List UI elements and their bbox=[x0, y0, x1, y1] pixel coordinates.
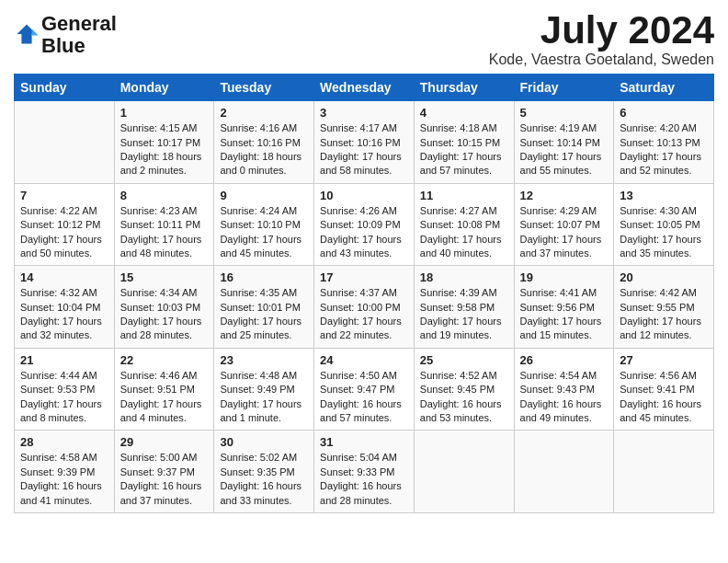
day-info: Sunrise: 4:37 AMSunset: 10:00 PMDaylight… bbox=[320, 286, 408, 343]
day-info: Sunrise: 4:35 AMSunset: 10:01 PMDaylight… bbox=[220, 286, 308, 343]
day-number: 23 bbox=[220, 353, 308, 367]
col-tuesday: Tuesday bbox=[214, 75, 314, 101]
calendar-cell: 27Sunrise: 4:56 AMSunset: 9:41 PMDayligh… bbox=[614, 348, 714, 431]
calendar-cell: 1Sunrise: 4:15 AMSunset: 10:17 PMDayligh… bbox=[114, 101, 214, 184]
calendar-cell: 6Sunrise: 4:20 AMSunset: 10:13 PMDayligh… bbox=[614, 101, 714, 184]
calendar-cell: 4Sunrise: 4:18 AMSunset: 10:15 PMDayligh… bbox=[414, 101, 514, 184]
header-row: Sunday Monday Tuesday Wednesday Thursday… bbox=[15, 75, 714, 101]
day-info: Sunrise: 4:52 AMSunset: 9:45 PMDaylight:… bbox=[420, 369, 508, 426]
col-sunday: Sunday bbox=[15, 75, 115, 101]
calendar-body: 1Sunrise: 4:15 AMSunset: 10:17 PMDayligh… bbox=[15, 101, 714, 513]
day-number: 12 bbox=[520, 189, 609, 202]
day-info: Sunrise: 4:27 AMSunset: 10:08 PMDaylight… bbox=[420, 204, 508, 261]
day-number: 6 bbox=[620, 106, 708, 120]
calendar-cell: 20Sunrise: 4:42 AMSunset: 9:55 PMDayligh… bbox=[614, 266, 714, 349]
day-number: 31 bbox=[320, 435, 408, 449]
col-wednesday: Wednesday bbox=[314, 75, 415, 101]
day-info: Sunrise: 4:54 AMSunset: 9:43 PMDaylight:… bbox=[520, 369, 609, 426]
calendar-week-5: 28Sunrise: 4:58 AMSunset: 9:39 PMDayligh… bbox=[15, 431, 714, 513]
day-info: Sunrise: 4:42 AMSunset: 9:55 PMDaylight:… bbox=[620, 286, 708, 343]
day-number: 25 bbox=[420, 353, 508, 367]
col-thursday: Thursday bbox=[414, 75, 514, 101]
day-info: Sunrise: 4:24 AMSunset: 10:10 PMDaylight… bbox=[220, 204, 308, 261]
day-number: 30 bbox=[220, 435, 308, 449]
day-info: Sunrise: 4:39 AMSunset: 9:58 PMDaylight:… bbox=[420, 286, 508, 343]
logo: General Blue bbox=[14, 13, 117, 57]
day-info: Sunrise: 4:44 AMSunset: 9:53 PMDaylight:… bbox=[20, 369, 108, 426]
day-number: 14 bbox=[20, 270, 108, 284]
calendar-cell: 18Sunrise: 4:39 AMSunset: 9:58 PMDayligh… bbox=[414, 266, 514, 349]
header: General Blue July 2024 Kode, Vaestra Goe… bbox=[14, 9, 714, 68]
calendar-cell: 8Sunrise: 4:23 AMSunset: 10:11 PMDayligh… bbox=[114, 183, 214, 266]
calendar-cell bbox=[614, 431, 714, 513]
day-number: 9 bbox=[220, 189, 308, 202]
calendar-week-1: 1Sunrise: 4:15 AMSunset: 10:17 PMDayligh… bbox=[15, 101, 714, 184]
day-number: 5 bbox=[520, 106, 609, 120]
day-info: Sunrise: 4:15 AMSunset: 10:17 PMDaylight… bbox=[120, 121, 209, 178]
day-info: Sunrise: 4:29 AMSunset: 10:07 PMDaylight… bbox=[520, 204, 609, 261]
day-number: 18 bbox=[420, 270, 508, 284]
day-number: 4 bbox=[420, 106, 508, 120]
day-number: 19 bbox=[520, 270, 609, 284]
day-number: 2 bbox=[220, 106, 308, 120]
calendar-cell bbox=[514, 431, 614, 513]
location: Kode, Vaestra Goetaland, Sweden bbox=[489, 52, 714, 68]
calendar-cell: 11Sunrise: 4:27 AMSunset: 10:08 PMDaylig… bbox=[414, 183, 514, 266]
day-info: Sunrise: 4:48 AMSunset: 9:49 PMDaylight:… bbox=[220, 369, 308, 426]
calendar-cell: 2Sunrise: 4:16 AMSunset: 10:16 PMDayligh… bbox=[214, 101, 314, 184]
calendar-week-2: 7Sunrise: 4:22 AMSunset: 10:12 PMDayligh… bbox=[15, 183, 714, 266]
logo-blue: Blue bbox=[41, 34, 85, 57]
calendar-cell: 5Sunrise: 4:19 AMSunset: 10:14 PMDayligh… bbox=[514, 101, 614, 184]
calendar-cell: 13Sunrise: 4:30 AMSunset: 10:05 PMDaylig… bbox=[614, 183, 714, 266]
day-number: 16 bbox=[220, 270, 308, 284]
calendar-cell: 25Sunrise: 4:52 AMSunset: 9:45 PMDayligh… bbox=[414, 348, 514, 431]
calendar-cell: 31Sunrise: 5:04 AMSunset: 9:33 PMDayligh… bbox=[314, 431, 415, 513]
day-number: 29 bbox=[120, 435, 209, 449]
calendar-cell: 7Sunrise: 4:22 AMSunset: 10:12 PMDayligh… bbox=[15, 183, 115, 266]
day-info: Sunrise: 4:34 AMSunset: 10:03 PMDaylight… bbox=[120, 286, 209, 343]
col-friday: Friday bbox=[514, 75, 614, 101]
logo-icon bbox=[14, 21, 40, 47]
day-info: Sunrise: 4:30 AMSunset: 10:05 PMDaylight… bbox=[620, 204, 708, 261]
day-info: Sunrise: 4:23 AMSunset: 10:11 PMDaylight… bbox=[120, 204, 209, 261]
calendar-table: Sunday Monday Tuesday Wednesday Thursday… bbox=[14, 74, 714, 513]
calendar-cell: 16Sunrise: 4:35 AMSunset: 10:01 PMDaylig… bbox=[214, 266, 314, 349]
day-number: 11 bbox=[420, 189, 508, 202]
calendar-cell: 10Sunrise: 4:26 AMSunset: 10:09 PMDaylig… bbox=[314, 183, 415, 266]
month-title: July 2024 bbox=[489, 9, 714, 52]
calendar-header: Sunday Monday Tuesday Wednesday Thursday… bbox=[15, 75, 714, 101]
day-info: Sunrise: 4:20 AMSunset: 10:13 PMDaylight… bbox=[620, 121, 708, 178]
calendar-cell bbox=[15, 101, 115, 184]
day-number: 10 bbox=[320, 189, 408, 202]
day-number: 1 bbox=[120, 106, 209, 120]
calendar-cell: 14Sunrise: 4:32 AMSunset: 10:04 PMDaylig… bbox=[15, 266, 115, 349]
col-saturday: Saturday bbox=[614, 75, 714, 101]
day-number: 28 bbox=[20, 435, 108, 449]
calendar-cell: 9Sunrise: 4:24 AMSunset: 10:10 PMDayligh… bbox=[214, 183, 314, 266]
day-info: Sunrise: 4:46 AMSunset: 9:51 PMDaylight:… bbox=[120, 369, 209, 426]
day-number: 27 bbox=[620, 353, 708, 367]
svg-marker-1 bbox=[32, 29, 39, 36]
day-number: 13 bbox=[620, 189, 708, 202]
calendar-cell: 12Sunrise: 4:29 AMSunset: 10:07 PMDaylig… bbox=[514, 183, 614, 266]
day-number: 21 bbox=[20, 353, 108, 367]
day-number: 26 bbox=[520, 353, 609, 367]
day-info: Sunrise: 4:26 AMSunset: 10:09 PMDaylight… bbox=[320, 204, 408, 261]
logo-general: General bbox=[41, 12, 117, 35]
calendar-cell: 21Sunrise: 4:44 AMSunset: 9:53 PMDayligh… bbox=[15, 348, 115, 431]
day-info: Sunrise: 4:32 AMSunset: 10:04 PMDaylight… bbox=[20, 286, 108, 343]
day-info: Sunrise: 4:56 AMSunset: 9:41 PMDaylight:… bbox=[620, 369, 708, 426]
day-number: 24 bbox=[320, 353, 408, 367]
day-info: Sunrise: 4:22 AMSunset: 10:12 PMDaylight… bbox=[20, 204, 108, 261]
calendar-cell: 17Sunrise: 4:37 AMSunset: 10:00 PMDaylig… bbox=[314, 266, 415, 349]
calendar-week-3: 14Sunrise: 4:32 AMSunset: 10:04 PMDaylig… bbox=[15, 266, 714, 349]
calendar-cell: 15Sunrise: 4:34 AMSunset: 10:03 PMDaylig… bbox=[114, 266, 214, 349]
day-info: Sunrise: 5:04 AMSunset: 9:33 PMDaylight:… bbox=[320, 451, 408, 508]
day-info: Sunrise: 5:00 AMSunset: 9:37 PMDaylight:… bbox=[120, 451, 209, 508]
calendar-cell: 23Sunrise: 4:48 AMSunset: 9:49 PMDayligh… bbox=[214, 348, 314, 431]
calendar-cell: 30Sunrise: 5:02 AMSunset: 9:35 PMDayligh… bbox=[214, 431, 314, 513]
day-info: Sunrise: 5:02 AMSunset: 9:35 PMDaylight:… bbox=[220, 451, 308, 508]
day-info: Sunrise: 4:18 AMSunset: 10:15 PMDaylight… bbox=[420, 121, 508, 178]
calendar-cell: 19Sunrise: 4:41 AMSunset: 9:56 PMDayligh… bbox=[514, 266, 614, 349]
calendar-cell: 28Sunrise: 4:58 AMSunset: 9:39 PMDayligh… bbox=[15, 431, 115, 513]
